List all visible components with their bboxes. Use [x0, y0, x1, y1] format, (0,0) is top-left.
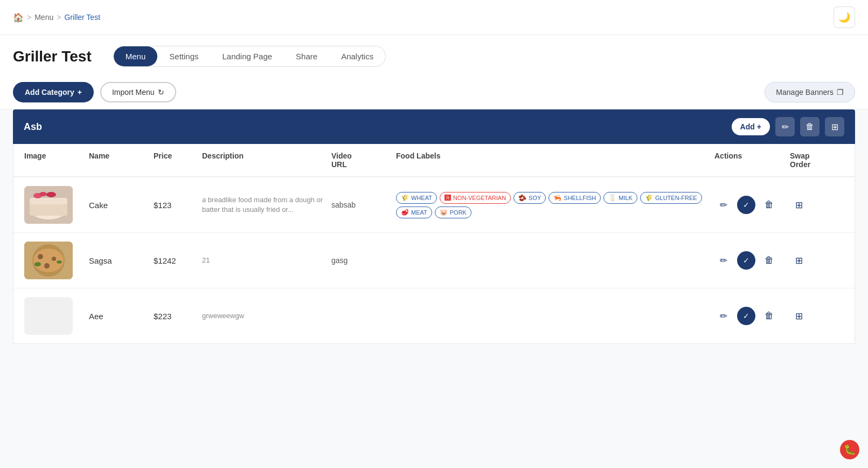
breadcrumb-sep-1: > [27, 13, 31, 22]
swap-order-icon: ⊞ [795, 255, 803, 266]
non-veg-icon: 🅰 [445, 194, 451, 202]
col-header-video-url: VideoURL [331, 152, 396, 169]
delete-category-button[interactable]: 🗑 [800, 117, 820, 136]
tab-landing-page[interactable]: Landing Page [211, 46, 284, 66]
tab-share[interactable]: Share [284, 46, 329, 66]
swap-order-button[interactable]: ⊞ [790, 307, 808, 325]
item-price: $223 [154, 312, 202, 321]
edit-item-button[interactable]: ✏ [714, 196, 733, 214]
svg-point-5 [39, 192, 47, 196]
label-milk: 🥛 MILK [603, 192, 637, 204]
item-video-url: gasg [331, 256, 396, 265]
food-labels-cell: 🌾 WHEAT 🅰 NON-VEGETARIAN 🫘 SOY 🦐 SHELLFI… [396, 192, 714, 218]
add-category-label: Add Category [25, 88, 74, 97]
swap-order-button[interactable]: ⊞ [790, 251, 808, 270]
manage-banners-label: Manage Banners [776, 88, 834, 97]
edit-item-icon: ✏ [720, 199, 727, 211]
svg-point-14 [57, 260, 62, 264]
swap-order-icon: ⊞ [795, 311, 803, 322]
manage-banners-button[interactable]: Manage Banners ❐ [765, 82, 855, 102]
label-shellfish: 🦐 SHELLFISH [548, 192, 601, 204]
wheat-icon: 🌾 [401, 194, 409, 202]
delete-item-button[interactable]: 🗑 [760, 196, 778, 214]
table-row: Sagsa $1242 21 gasg ✏ ✓ 🗑 ⊞ [13, 233, 855, 288]
toggle-item-button[interactable]: ✓ [737, 196, 755, 214]
col-header-image: Image [24, 152, 89, 169]
refresh-icon: ↻ [158, 88, 164, 97]
import-menu-button[interactable]: Import Menu ↻ [100, 82, 176, 102]
label-non-veg: 🅰 NON-VEGETARIAN [440, 192, 511, 204]
edit-category-button[interactable]: ✏ [775, 117, 795, 136]
label-gluten-free: 🌾 GLUTEN-FREE [640, 192, 702, 204]
tab-analytics[interactable]: Analytics [329, 46, 385, 66]
svg-point-10 [38, 254, 43, 259]
svg-point-11 [52, 257, 56, 261]
breadcrumb-sep-2: > [57, 13, 61, 22]
toolbar: Add Category + Import Menu ↻ Manage Bann… [0, 75, 868, 109]
swap-order-cell: ⊞ [790, 307, 844, 325]
check-icon: ✓ [743, 201, 749, 209]
label-pork: 🐷 PORK [435, 207, 471, 218]
plus-icon: + [78, 88, 82, 97]
toggle-item-button[interactable]: ✓ [737, 251, 755, 270]
swap-order-icon: ⊞ [795, 199, 803, 211]
item-image-cell [24, 242, 89, 279]
item-name: Cake [89, 201, 154, 210]
svg-point-6 [46, 192, 56, 197]
item-description: grweweewgw [202, 311, 331, 321]
tab-settings[interactable]: Settings [157, 46, 210, 66]
delete-item-button[interactable]: 🗑 [760, 307, 778, 325]
svg-rect-3 [30, 198, 67, 204]
col-header-price: Price [154, 152, 202, 169]
add-item-button[interactable]: Add + [732, 118, 770, 135]
swap-order-button[interactable]: ⊞ [790, 196, 808, 214]
breadcrumb: 🏠 > Menu > Griller Test [13, 12, 100, 23]
swap-order-cell: ⊞ [790, 251, 844, 270]
soy-icon: 🫘 [518, 194, 526, 202]
toggle-item-button[interactable]: ✓ [737, 307, 755, 325]
delete-item-button[interactable]: 🗑 [760, 251, 778, 270]
col-header-description: Description [202, 152, 331, 169]
swap-order-cell: ⊞ [790, 196, 844, 214]
copy-icon: ❐ [837, 88, 844, 97]
label-wheat: 🌾 WHEAT [396, 192, 437, 204]
milk-icon: 🥛 [608, 194, 616, 202]
add-item-label: Add [740, 122, 755, 131]
edit-item-icon: ✏ [720, 255, 727, 266]
table-row: Cake $123 a breadlike food made from a d… [13, 177, 855, 233]
sagsa-image [24, 242, 73, 279]
delete-item-icon: 🗑 [765, 311, 774, 321]
table-header-row: Image Name Price Description VideoURL Fo… [13, 144, 855, 177]
edit-item-button[interactable]: ✏ [714, 251, 733, 270]
top-bar: 🏠 > Menu > Griller Test 🌙 [0, 0, 868, 35]
table-row: Aee $223 grweweewgw ✏ ✓ 🗑 ⊞ [13, 288, 855, 343]
delete-item-icon: 🗑 [765, 199, 774, 210]
label-soy: 🫘 SOY [513, 192, 546, 204]
category-name: Asb [24, 121, 42, 133]
swap-category-button[interactable]: ⊞ [825, 117, 844, 136]
col-header-actions: Actions [714, 152, 790, 169]
home-icon[interactable]: 🏠 [13, 12, 24, 23]
delete-icon: 🗑 [805, 122, 814, 132]
tab-menu[interactable]: Menu [114, 46, 158, 66]
meat-icon: 🥩 [401, 209, 409, 216]
items-table: Image Name Price Description VideoURL Fo… [13, 144, 855, 344]
breadcrumb-menu[interactable]: Menu [34, 13, 53, 22]
dark-mode-button[interactable]: 🌙 [834, 6, 855, 28]
gluten-free-icon: 🌾 [645, 194, 653, 202]
edit-item-button[interactable]: ✏ [714, 307, 733, 325]
row-actions: ✏ ✓ 🗑 [714, 307, 790, 325]
swap-icon: ⊞ [831, 122, 838, 132]
add-category-button[interactable]: Add Category + [13, 82, 94, 102]
row-actions: ✏ ✓ 🗑 [714, 251, 790, 270]
item-name: Sagsa [89, 256, 154, 265]
shellfish-icon: 🦐 [553, 194, 561, 202]
edit-item-icon: ✏ [720, 311, 727, 322]
edit-icon: ✏ [782, 122, 789, 132]
row-actions: ✏ ✓ 🗑 [714, 196, 790, 214]
category-header: Asb Add + ✏ 🗑 ⊞ [13, 109, 855, 144]
item-description: 21 [202, 256, 331, 265]
label-meat: 🥩 MEAT [396, 207, 432, 218]
delete-item-icon: 🗑 [765, 255, 774, 266]
check-icon: ✓ [743, 256, 749, 265]
